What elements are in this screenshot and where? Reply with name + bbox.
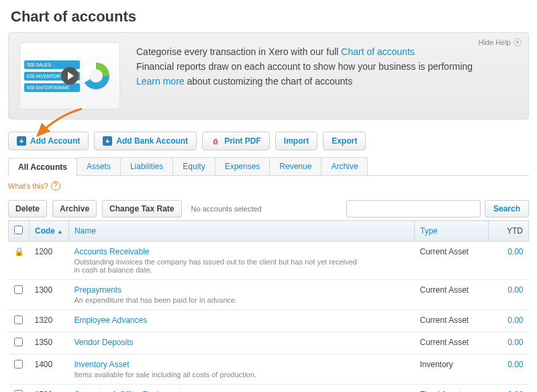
col-name[interactable]: Name	[68, 221, 414, 242]
chart-of-accounts-link[interactable]: Chart of accounts	[341, 46, 415, 57]
ytd-link[interactable]: 0.00	[507, 338, 523, 347]
plus-icon: +	[17, 136, 26, 146]
account-code: 1300	[30, 280, 69, 310]
help-illustration[interactable]: 500 SALES 620 INVENTORY 650 ENTERTAINME	[19, 42, 120, 109]
add-account-button[interactable]: + Add Account	[8, 132, 89, 150]
export-label: Export	[332, 136, 357, 146]
page-title: Chart of accounts	[8, 0, 529, 32]
select-all-checkbox[interactable]	[14, 226, 23, 234]
add-account-label: Add Account	[30, 136, 80, 146]
main-toolbar: + Add Account + Add Bank Account ⎙ Print…	[8, 132, 529, 150]
ytd-link[interactable]: 0.00	[507, 247, 523, 256]
whats-this-link[interactable]: What's this? ?	[8, 181, 529, 191]
hide-help-link[interactable]: Hide Help ×	[479, 38, 522, 46]
hide-help-label: Hide Help	[479, 38, 511, 46]
table-row: 1300PrepaymentsAn expenditure that has b…	[9, 280, 529, 310]
search-input[interactable]	[346, 200, 481, 217]
account-code: 1350	[30, 332, 69, 354]
tab-revenue[interactable]: Revenue	[269, 157, 322, 175]
table-row: 1400Inventory AssetItems available for s…	[9, 354, 529, 385]
col-type[interactable]: Type	[415, 221, 489, 242]
tab-equity[interactable]: Equity	[173, 157, 215, 175]
help-line2: Financial reports draw on each account t…	[136, 61, 473, 72]
import-label: Import	[284, 136, 309, 146]
plus-icon: +	[103, 136, 112, 146]
sort-asc-icon: ▲	[57, 228, 63, 235]
table-row: 1350Vendor DepositsCurrent Asset0.00	[9, 332, 529, 354]
tab-bar: All Accounts Assets Liabilities Equity E…	[8, 157, 529, 176]
pie-chart-icon	[83, 62, 109, 89]
add-bank-account-button[interactable]: + Add Bank Account	[94, 132, 197, 150]
ytd-link[interactable]: 0.00	[507, 285, 523, 295]
tab-assets[interactable]: Assets	[77, 157, 121, 175]
account-name-link[interactable]: Employee Advances	[74, 315, 147, 325]
help-text: Categorise every transaction in Xero wit…	[136, 42, 473, 109]
tab-all-accounts[interactable]: All Accounts	[8, 158, 77, 176]
export-button[interactable]: Export	[323, 132, 366, 150]
account-description: An expenditure that has been paid for in…	[74, 296, 362, 304]
no-selection-text: No accounts selected	[191, 205, 341, 213]
account-type: Current Asset	[415, 310, 489, 332]
tab-liabilities[interactable]: Liabilities	[120, 157, 173, 175]
account-description: Outstanding invoices the company has iss…	[74, 258, 362, 274]
delete-button[interactable]: Delete	[8, 200, 47, 217]
account-code: 1320	[30, 310, 69, 332]
col-code[interactable]: Code▲	[30, 221, 69, 242]
row-checkbox[interactable]	[14, 360, 23, 369]
account-type: Current Asset	[415, 242, 489, 280]
col-ytd[interactable]: YTD	[489, 221, 529, 242]
play-icon[interactable]	[61, 67, 79, 85]
print-pdf-button[interactable]: ⎙ Print PDF	[202, 132, 270, 150]
account-name-link[interactable]: Inventory Asset	[74, 360, 129, 369]
help-line1-text: Categorise every transaction in Xero wit…	[136, 46, 341, 57]
table-row: 1320Employee AdvancesCurrent Asset0.00	[9, 310, 529, 332]
search-box: Search	[346, 200, 529, 217]
account-type: Current Asset	[415, 332, 489, 354]
row-checkbox[interactable]	[14, 315, 23, 324]
import-button[interactable]: Import	[275, 132, 318, 150]
account-type: Current Asset	[415, 280, 489, 310]
accounts-table: Code▲ Name Type YTD 🔒1200Accounts Receiv…	[8, 220, 529, 392]
ytd-link[interactable]: 0.00	[507, 360, 523, 369]
row-checkbox[interactable]	[14, 285, 23, 294]
search-button[interactable]: Search	[485, 200, 529, 217]
whats-this-label: What's this?	[8, 182, 48, 190]
account-name-link[interactable]: Accounts Receivable	[74, 247, 149, 256]
add-bank-account-label: Add Bank Account	[116, 136, 188, 146]
account-type: Fixed Asset	[415, 385, 489, 393]
help-panel: Hide Help × 500 SALES 620 INVENTORY 650 …	[8, 32, 529, 119]
close-icon: ×	[514, 38, 522, 46]
pdf-icon: ⎙	[211, 136, 220, 146]
account-name-link[interactable]: Vendor Deposits	[74, 338, 133, 347]
account-code: 1200	[30, 242, 69, 280]
account-description: Items available for sale including all c…	[74, 371, 362, 379]
table-row: 🔒1200Accounts ReceivableOutstanding invo…	[9, 242, 529, 280]
print-pdf-label: Print PDF	[224, 136, 261, 146]
table-toolbar: Delete Archive Change Tax Rate No accoun…	[8, 200, 529, 217]
ytd-link[interactable]: 0.00	[507, 315, 523, 325]
account-code: 1520	[30, 385, 69, 393]
tab-archive[interactable]: Archive	[321, 157, 368, 175]
account-code: 1400	[30, 354, 69, 385]
learn-more-link[interactable]: Learn more	[136, 76, 185, 87]
col-checkbox	[9, 221, 30, 242]
tab-expenses[interactable]: Expenses	[215, 157, 271, 175]
change-tax-rate-button[interactable]: Change Tax Rate	[102, 200, 181, 217]
help-icon: ?	[51, 181, 60, 191]
archive-button[interactable]: Archive	[52, 200, 97, 217]
help-line3-text: about customizing the chart of accounts	[185, 76, 353, 87]
account-name-link[interactable]: Prepayments	[74, 285, 121, 295]
lock-icon: 🔒	[14, 247, 24, 256]
account-type: Inventory	[415, 354, 489, 385]
table-row: 1520Computer & Office EquipmentOffice eq…	[9, 385, 529, 393]
row-checkbox[interactable]	[14, 338, 23, 346]
